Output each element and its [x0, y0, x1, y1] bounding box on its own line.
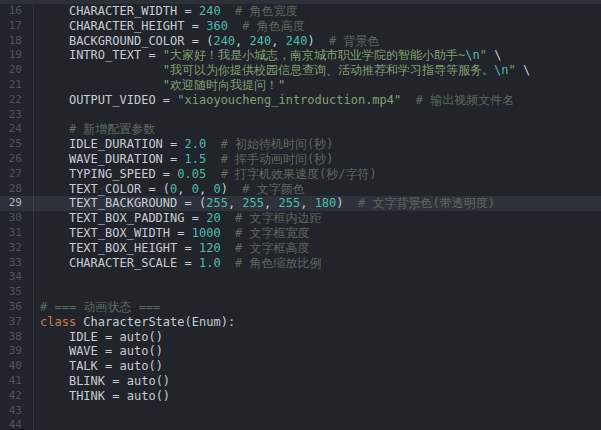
code-line-43[interactable]: 43	[0, 404, 601, 419]
code-editor[interactable]: 16 CHARACTER_WIDTH = 240 # 角色宽度17 CHARAC…	[0, 0, 601, 430]
token-id: TEXT_COLOR	[69, 182, 141, 196]
line-number[interactable]: 41	[0, 374, 34, 389]
code-line-40[interactable]: 40 TALK = auto()	[0, 359, 601, 374]
token-cm: # 输出视频文件名	[401, 93, 514, 107]
line-number[interactable]: 33	[0, 256, 34, 271]
line-number[interactable]: 22	[0, 93, 34, 108]
line-number[interactable]: 44	[0, 418, 34, 430]
code-line-37[interactable]: 37class CharacterState(Enum):	[0, 315, 601, 330]
code-line-content: TALK = auto()	[34, 359, 601, 374]
token-ws	[40, 374, 69, 388]
line-number[interactable]: 18	[0, 34, 34, 49]
token-ws	[40, 256, 69, 270]
line-number[interactable]: 26	[0, 152, 34, 167]
code-line-content: "欢迎随时向我提问！"	[34, 78, 601, 93]
code-line-content: OUTPUT_VIDEO = "xiaoyoucheng_introductio…	[34, 93, 601, 108]
line-number[interactable]: 39	[0, 344, 34, 359]
line-number[interactable]: 36	[0, 300, 34, 315]
line-number[interactable]: 30	[0, 211, 34, 226]
code-line-21[interactable]: 21 "欢迎随时向我提问！"	[0, 78, 601, 93]
code-line-24[interactable]: 24 # 新增配置参数	[0, 122, 601, 137]
line-number[interactable]: 38	[0, 330, 34, 345]
code-line-content	[34, 270, 601, 285]
code-line-41[interactable]: 41 BLINK = auto()	[0, 374, 601, 389]
line-number[interactable]: 23	[0, 108, 34, 123]
token-ws	[40, 93, 69, 107]
code-line-17[interactable]: 17 CHARACTER_HEIGHT = 360 # 角色高度	[0, 19, 601, 34]
line-number[interactable]: 43	[0, 404, 34, 419]
code-line-33[interactable]: 33 CHARACTER_SCALE = 1.0 # 角色缩放比例	[0, 256, 601, 271]
token-num: 240	[213, 34, 235, 48]
token-cm: # 文字颜色	[228, 182, 305, 196]
token-num: 255	[206, 196, 228, 210]
code-line-content: TEXT_BOX_WIDTH = 1000 # 文字框宽度	[34, 226, 601, 241]
code-line-32[interactable]: 32 TEXT_BOX_HEIGHT = 120 # 文字框高度	[0, 241, 601, 256]
code-line-44[interactable]: 44	[0, 418, 601, 430]
code-line-30[interactable]: 30 TEXT_BOX_PADDING = 20 # 文字框内边距	[0, 211, 601, 226]
line-number[interactable]: 40	[0, 359, 34, 374]
code-line-29[interactable]: 29 TEXT_BACKGROUND = (255, 255, 255, 180…	[0, 196, 601, 211]
code-area[interactable]: 16 CHARACTER_WIDTH = 240 # 角色宽度17 CHARAC…	[0, 4, 601, 430]
line-number[interactable]: 29	[0, 196, 34, 211]
token-es: \n	[465, 48, 479, 62]
line-number[interactable]: 19	[0, 48, 34, 63]
code-line-26[interactable]: 26 WAVE_DURATION = 1.5 # 挥手动画时间(秒)	[0, 152, 601, 167]
line-number[interactable]: 28	[0, 182, 34, 197]
code-line-31[interactable]: 31 TEXT_BOX_WIDTH = 1000 # 文字框宽度	[0, 226, 601, 241]
code-line-19[interactable]: 19 INTRO_TEXT = "大家好！我是小城志，南京城市职业学院的智能小助…	[0, 48, 601, 63]
code-line-27[interactable]: 27 TYPING_SPEED = 0.05 # 打字机效果速度(秒/字符)	[0, 167, 601, 182]
code-line-18[interactable]: 18 BACKGROUND_COLOR = (240, 240, 240) # …	[0, 34, 601, 49]
token-pu: ()	[148, 330, 162, 344]
code-line-42[interactable]: 42 THINK = auto()	[0, 389, 601, 404]
token-op: =	[185, 19, 207, 33]
token-st: "	[509, 63, 516, 77]
code-line-36[interactable]: 36# === 动画状态 ===	[0, 300, 601, 315]
token-op: =	[185, 211, 207, 225]
token-cm: # 文字框宽度	[221, 226, 310, 240]
line-number[interactable]: 31	[0, 226, 34, 241]
code-line-content: "我可以为你提供校园信息查询、活动推荐和学习指导等服务。\n" \	[34, 63, 601, 78]
token-id: TALK	[69, 359, 98, 373]
line-number[interactable]: 20	[0, 63, 34, 78]
token-id: WAVE	[69, 344, 98, 358]
line-number[interactable]: 16	[0, 4, 34, 19]
token-num: 360	[206, 19, 228, 33]
token-id: auto	[120, 330, 149, 344]
code-line-content: INTRO_TEXT = "大家好！我是小城志，南京城市职业学院的智能小助手~\…	[34, 48, 601, 63]
line-number[interactable]: 34	[0, 270, 34, 285]
line-number[interactable]: 21	[0, 78, 34, 93]
code-line-23[interactable]: 23	[0, 108, 601, 123]
token-pu: )	[307, 34, 314, 48]
code-line-16[interactable]: 16 CHARACTER_WIDTH = 240 # 角色宽度	[0, 4, 601, 19]
line-number[interactable]: 25	[0, 137, 34, 152]
token-op: =	[98, 344, 120, 358]
line-number[interactable]: 27	[0, 167, 34, 182]
code-line-38[interactable]: 38 IDLE = auto()	[0, 330, 601, 345]
token-ws	[40, 34, 69, 48]
code-line-28[interactable]: 28 TEXT_COLOR = (0, 0, 0) # 文字颜色	[0, 182, 601, 197]
code-line-content: TYPING_SPEED = 0.05 # 打字机效果速度(秒/字符)	[34, 167, 601, 182]
code-line-content: CHARACTER_WIDTH = 240 # 角色宽度	[34, 4, 601, 19]
line-number[interactable]: 24	[0, 122, 34, 137]
token-cm: # === 动画状态 ===	[40, 300, 160, 314]
code-line-34[interactable]: 34	[0, 270, 601, 285]
line-number[interactable]: 32	[0, 241, 34, 256]
token-op: =	[163, 152, 185, 166]
token-pu: ,	[228, 196, 242, 210]
token-id: auto	[120, 344, 149, 358]
line-number[interactable]: 35	[0, 285, 34, 300]
code-line-content: IDLE = auto()	[34, 330, 601, 345]
line-number[interactable]: 37	[0, 315, 34, 330]
token-cm: # 文字框内边距	[221, 211, 322, 225]
line-number[interactable]: 17	[0, 19, 34, 34]
code-line-39[interactable]: 39 WAVE = auto()	[0, 344, 601, 359]
line-number[interactable]: 42	[0, 389, 34, 404]
token-cm: # 角色宽度	[221, 4, 298, 18]
code-line-25[interactable]: 25 IDLE_DURATION = 2.0 # 初始待机时间(秒)	[0, 137, 601, 152]
token-st: "欢迎随时向我提问！"	[163, 78, 285, 92]
code-line-35[interactable]: 35	[0, 285, 601, 300]
token-op: =	[141, 48, 163, 62]
code-line-22[interactable]: 22 OUTPUT_VIDEO = "xiaoyoucheng_introduc…	[0, 93, 601, 108]
code-line-content: CHARACTER_SCALE = 1.0 # 角色缩放比例	[34, 256, 601, 271]
code-line-20[interactable]: 20 "我可以为你提供校园信息查询、活动推荐和学习指导等服务。\n" \	[0, 63, 601, 78]
